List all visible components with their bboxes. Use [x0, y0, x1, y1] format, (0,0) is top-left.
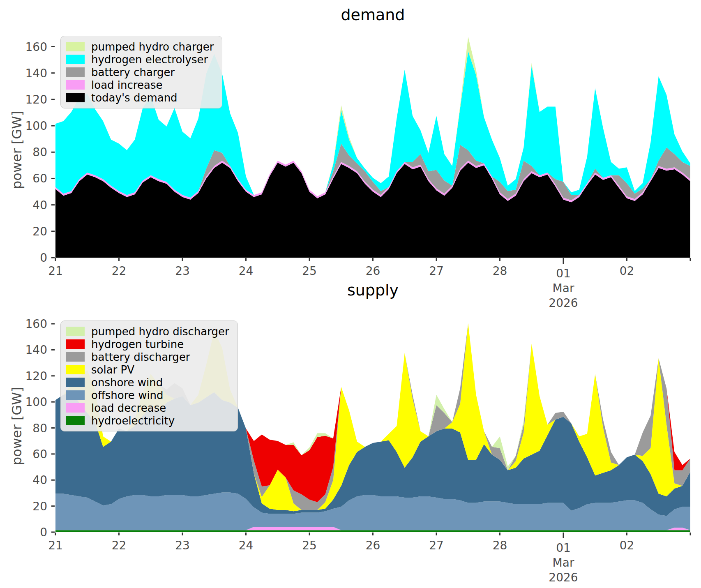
legend-entry-pumped-hydro-charger: pumped hydro charger	[66, 40, 214, 53]
legend-swatch-today-s-demand	[66, 93, 85, 102]
y-tick-label: 0	[40, 251, 47, 265]
supply-legend: pumped hydro dischargerhydrogen turbineb…	[60, 321, 238, 431]
legend-swatch-offshore-wind	[66, 390, 85, 400]
y-tick-label: 40	[32, 473, 47, 487]
x-tick-label: 01	[556, 541, 571, 555]
legend-entry-load-increase: load increase	[66, 78, 214, 91]
y-tick-label: 160	[25, 317, 47, 331]
y-tick-label: 140	[25, 343, 47, 357]
y-tick-label: 20	[32, 225, 47, 238]
x-tick-label: 24	[239, 264, 254, 278]
x-tick-label: 01	[556, 267, 571, 280]
x-tick-label: 28	[493, 539, 507, 552]
legend-entry-battery-discharger: battery discharger	[66, 350, 229, 363]
legend-label: onshore wind	[91, 377, 163, 388]
y-tick-label: 120	[25, 369, 47, 383]
legend-swatch-battery-charger	[66, 67, 85, 77]
legend-label: hydrogen turbine	[91, 339, 184, 350]
legend-label: load decrease	[91, 403, 166, 413]
x-tick-label: 23	[175, 264, 190, 278]
x-tick-label: 28	[493, 264, 507, 278]
x-tick-label: 21	[48, 264, 63, 278]
x-tick-label: 26	[366, 264, 380, 278]
legend-entry-hydrogen-turbine: hydrogen turbine	[66, 338, 229, 350]
area-hydroelectricity	[55, 530, 690, 532]
legend-entry-solar-pv: solar PV	[66, 363, 229, 376]
legend-swatch-hydroelectricity	[66, 416, 85, 425]
y-tick-label: 20	[32, 500, 47, 513]
legend-label: battery charger	[91, 67, 175, 78]
x-tick-label: 27	[429, 264, 444, 278]
y-tick-label: 0	[40, 526, 47, 539]
x-tick-label: 02	[620, 539, 634, 552]
legend-swatch-battery-discharger	[66, 352, 85, 362]
x-axis-2026-label: 2026	[549, 296, 578, 310]
legend-swatch-pumped-hydro-charger	[66, 42, 85, 51]
x-tick-label: 21	[48, 539, 63, 552]
legend-entry-hydrogen-electrolyser: hydrogen electrolyser	[66, 53, 214, 66]
y-tick-label: 80	[32, 422, 47, 435]
x-tick-label: 27	[429, 539, 444, 552]
legend-label: pumped hydro charger	[91, 42, 214, 52]
y-tick-label: 140	[25, 67, 47, 80]
x-axis-2026-label: 2026	[549, 571, 578, 584]
legend-label: load increase	[91, 80, 162, 90]
legend-swatch-onshore-wind	[66, 378, 85, 387]
y-tick-label: 40	[32, 198, 47, 212]
y-tick-label: 120	[25, 93, 47, 106]
x-tick-label: 25	[302, 539, 317, 552]
x-tick-label: 26	[366, 539, 380, 552]
legend-entry-today-s-demand: today's demand	[66, 91, 214, 104]
legend-entry-hydroelectricity: hydroelectricity	[66, 414, 229, 427]
x-tick-label: 25	[302, 264, 317, 278]
legend-swatch-pumped-hydro-discharger	[66, 327, 85, 336]
demand-legend: pumped hydro chargerhydrogen electrolyse…	[60, 36, 222, 108]
figure: demand supply power [GW] power [GW] 0204…	[0, 0, 701, 588]
legend-swatch-hydrogen-electrolyser	[66, 55, 85, 64]
legend-swatch-load-decrease	[66, 403, 85, 413]
legend-entry-pumped-hydro-discharger: pumped hydro discharger	[66, 325, 229, 338]
y-tick-label: 80	[32, 145, 47, 159]
legend-label: hydroelectricity	[91, 415, 175, 426]
y-tick-label: 100	[25, 395, 47, 409]
legend-label: hydrogen electrolyser	[91, 54, 208, 65]
legend-swatch-solar-pv	[66, 365, 85, 374]
legend-label: today's demand	[91, 92, 178, 103]
legend-label: pumped hydro discharger	[91, 326, 229, 337]
legend-entry-onshore-wind: onshore wind	[66, 376, 229, 389]
x-tick-label: 22	[112, 264, 127, 278]
y-tick-label: 60	[32, 172, 47, 185]
y-tick-label: 60	[32, 447, 47, 461]
x-axis-mar-label: Mar	[553, 556, 574, 570]
legend-swatch-hydrogen-turbine	[66, 339, 85, 349]
x-tick-label: 02	[620, 264, 634, 278]
legend-entry-battery-charger: battery charger	[66, 66, 214, 78]
legend-entry-load-decrease: load decrease	[66, 401, 229, 414]
x-tick-label: 22	[112, 539, 127, 552]
legend-label: offshore wind	[91, 390, 164, 401]
x-tick-label: 23	[175, 539, 190, 552]
x-tick-label: 24	[239, 539, 254, 552]
y-tick-label: 160	[25, 40, 47, 54]
legend-label: battery discharger	[91, 352, 190, 362]
y-tick-label: 100	[25, 119, 47, 133]
legend-entry-offshore-wind: offshore wind	[66, 389, 229, 401]
x-axis-mar-label: Mar	[553, 281, 574, 295]
legend-label: solar PV	[91, 364, 134, 375]
legend-swatch-load-increase	[66, 80, 85, 90]
